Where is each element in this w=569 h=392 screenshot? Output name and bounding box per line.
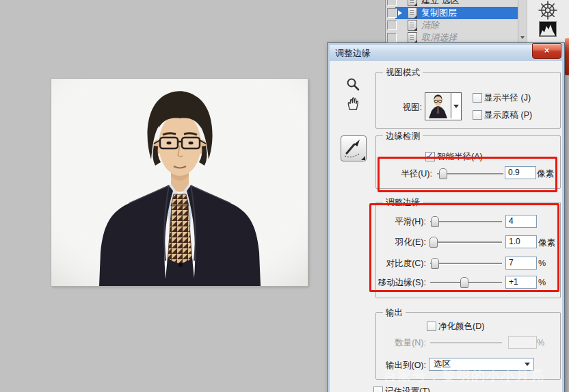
brush-icon [341,136,365,159]
current-state-arrow-icon [398,10,402,16]
slider-track [430,342,502,343]
output-legend: 输出 [383,307,406,319]
histogram-thumbnail-icon[interactable] [539,21,557,37]
history-source-well[interactable] [387,33,397,42]
remember-settings-checkbox[interactable] [373,387,383,392]
history-item-clipped[interactable]: 建立 选区 [386,0,518,7]
view-mode-legend: 视图模式 [383,67,423,79]
amount-unit: % [537,338,544,348]
history-item-label: 取消选择 [421,31,457,42]
dialog-titlebar[interactable]: 调整边缘 [330,45,562,61]
ship-wheel-icon[interactable] [538,1,557,20]
dropdown-arrow-icon [525,363,530,366]
view-thumbnail-image [425,93,451,118]
view-label: 视图: [380,102,422,114]
history-source-well[interactable] [387,21,397,30]
panel-icon-strip [527,0,569,42]
portrait-man-image [51,79,308,286]
decontaminate-colors-checkbox[interactable] [427,322,436,331]
history-panel: 建立 选区 复制图层 清除 取消选择 [385,0,527,42]
decontaminate-colors-label: 净化颜色(D) [438,321,484,332]
scroll-down-arrow-icon[interactable] [520,36,525,39]
photo-document [51,79,308,286]
screenshot-root: 建立 选区 复制图层 清除 取消选择 [0,0,569,392]
history-scrollbar[interactable] [518,0,527,42]
background-close-button-sliver [565,38,569,75]
history-item-deselect[interactable]: 取消选择 [386,31,518,42]
view-dropdown-arrow-icon[interactable] [451,93,461,120]
history-state-icon [408,32,417,42]
history-state-icon [408,8,417,18]
history-source-well[interactable] [387,8,397,18]
history-item-label: 清除 [421,19,439,31]
view-mode-group: 视图模式 [375,72,561,129]
amount-slider [430,336,502,349]
show-original-checkbox[interactable] [473,110,482,120]
annotation-rect-radius [378,157,557,192]
edge-detection-legend: 边缘检测 [383,131,423,142]
history-state-icon [408,20,417,31]
dialog-title: 调整边缘 [335,47,371,60]
amount-label: 数量(N): [347,337,426,349]
history-item-label: 建立 选区 [421,0,460,7]
annotation-rect-adjust-edge [369,203,559,292]
history-item-label: 复制图层 [421,7,457,19]
history-item-duplicate-layer[interactable]: 复制图层 [386,7,518,19]
show-original-label: 显示原稿 (P) [484,109,532,121]
close-button[interactable]: × [532,43,561,59]
history-source-well[interactable] [387,0,397,5]
hand-tool-icon[interactable] [345,94,361,111]
remember-settings-label: 记住设置(T) [385,386,430,392]
show-radius-checkbox[interactable] [473,93,482,103]
zoom-tool-icon[interactable] [345,77,360,92]
refine-radius-brush-button[interactable] [341,135,367,161]
history-item-clear[interactable]: 清除 [386,19,518,31]
watermark-text: 百家号：黎明的小小月亮 [383,367,545,385]
view-thumbnail-select[interactable] [425,92,462,120]
amount-input [508,336,537,349]
show-radius-label: 显示半径 (J) [484,92,531,104]
history-state-icon [408,0,417,6]
